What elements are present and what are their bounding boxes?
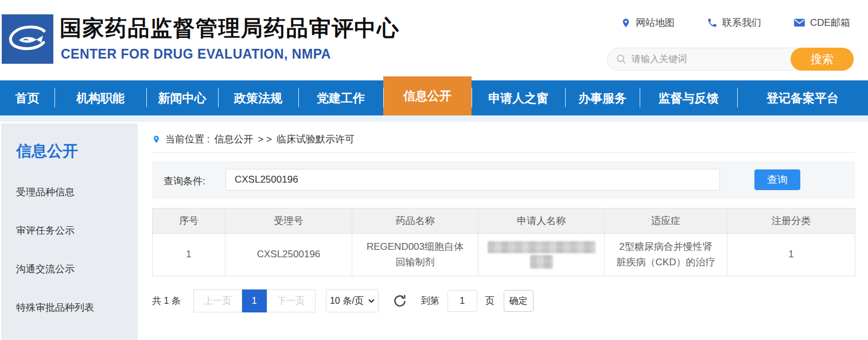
col-header-drug-name: 药品名称	[352, 208, 478, 234]
map-pin-icon	[621, 17, 631, 29]
prev-page-button[interactable]: 上一页	[193, 289, 242, 312]
fish-swoosh-icon	[2, 14, 53, 64]
query-label: 查询条件:	[164, 175, 205, 188]
breadcrumb-divider	[152, 152, 855, 153]
main-navigation: 首页 机构职能 新闻中心 政策法规 党建工作 信息公开 申请人之窗 办事服务 监…	[0, 80, 868, 115]
nav-item-party-building[interactable]: 党建工作	[298, 80, 383, 115]
sitemap-link[interactable]: 网站地图	[621, 16, 675, 29]
col-header-applicant: 申请人名称	[478, 208, 605, 234]
redaction-blur-block	[488, 241, 595, 253]
pagination-bar: 共 1 条 上一页 1 下一页 10 条/页 到第 页 确定	[152, 289, 534, 312]
mailbox-link[interactable]: CDE邮箱	[793, 16, 850, 29]
mail-icon	[793, 18, 805, 28]
col-header-seq: 序号	[153, 208, 225, 234]
breadcrumb-section[interactable]: 信息公开	[214, 133, 253, 146]
goto-confirm-button[interactable]: 确定	[504, 290, 534, 312]
phone-icon	[707, 17, 718, 28]
goto-page-input[interactable]	[447, 290, 477, 312]
page-size-select[interactable]: 10 条/页	[326, 289, 379, 312]
nav-item-news[interactable]: 新闻中心	[146, 80, 218, 115]
table-header-row: 序号 受理号 药品名称 申请人名称 适应症 注册分类	[153, 208, 855, 234]
mailbox-label: CDE邮箱	[810, 16, 850, 29]
nav-item-registration-platform[interactable]: 登记备案平台	[737, 80, 868, 115]
sidebar-item-review-tasks[interactable]: 审评任务公示	[16, 224, 138, 237]
page-title: 国家药品监督管理局药品审评中心	[60, 14, 400, 43]
redaction-blur-block	[530, 255, 553, 269]
search-icon	[616, 53, 627, 65]
query-input[interactable]	[225, 169, 720, 191]
location-pin-icon	[152, 134, 161, 145]
nav-item-functions[interactable]: 机构职能	[55, 80, 146, 115]
next-page-button[interactable]: 下一页	[267, 289, 316, 312]
contact-link[interactable]: 联系我们	[707, 16, 761, 29]
pager-group: 上一页 1 下一页	[193, 289, 316, 312]
nav-item-services[interactable]: 办事服务	[565, 80, 640, 115]
goto-page-label: 到第	[421, 295, 439, 307]
query-panel: 查询条件:	[152, 161, 855, 199]
page-unit-label: 页	[485, 295, 495, 307]
nav-item-information-disclosure[interactable]: 信息公开	[383, 76, 472, 115]
nav-item-policies[interactable]: 政策法规	[218, 80, 298, 115]
header-quick-links: 网站地图 联系我们 CDE邮箱	[621, 16, 850, 29]
cell-registration-class: 1	[727, 234, 855, 276]
page-number-button[interactable]: 1	[242, 289, 267, 312]
col-header-indication: 适应症	[605, 208, 727, 234]
refresh-icon[interactable]	[392, 293, 407, 308]
table-row: 1 CXSL2500196 REGEND003细胞自体回输制剂 2型糖尿病合并慢…	[153, 234, 855, 276]
sitemap-label: 网站地图	[636, 16, 675, 29]
sidebar-item-accepted-products[interactable]: 受理品种信息	[16, 186, 138, 199]
sidebar: 信息公开 受理品种信息 审评任务公示 沟通交流公示 特殊审批品种列表 优先审评公…	[1, 123, 138, 340]
pagination-total: 共 1 条	[152, 295, 181, 307]
col-header-acceptance-no: 受理号	[225, 208, 352, 234]
cell-seq: 1	[153, 234, 225, 276]
site-logo[interactable]	[2, 14, 53, 64]
nav-item-supervision[interactable]: 监督与反馈	[640, 80, 737, 115]
chevron-down-icon	[368, 299, 375, 303]
contact-label: 联系我们	[722, 16, 761, 29]
breadcrumb-page[interactable]: 临床试验默示许可	[277, 133, 355, 146]
col-header-registration-class: 注册分类	[727, 208, 855, 234]
breadcrumb-separator: > >	[258, 134, 272, 145]
sidebar-item-communication[interactable]: 沟通交流公示	[16, 262, 138, 276]
page-subtitle: CENTER FOR DRUG EVALUATION, NMPA	[61, 47, 331, 62]
nav-bottom-strip	[0, 115, 868, 122]
site-search-bar: 搜索	[607, 48, 854, 71]
cell-indication: 2型糖尿病合并慢性肾脏疾病（CKD）的治疗	[605, 234, 727, 276]
cell-acceptance-no: CXSL2500196	[225, 234, 352, 276]
nav-item-applicant-window[interactable]: 申请人之窗	[472, 80, 565, 115]
query-button[interactable]: 查询	[754, 169, 800, 190]
sidebar-item-special-approval[interactable]: 特殊审批品种列表	[16, 301, 138, 314]
page-size-value: 10 条/页	[330, 295, 364, 307]
breadcrumb-label: 当前位置 :	[165, 133, 209, 146]
cell-drug-name: REGEND003细胞自体回输制剂	[352, 234, 478, 276]
site-search-button[interactable]: 搜索	[791, 48, 854, 71]
nav-item-home[interactable]: 首页	[0, 80, 55, 115]
cell-applicant	[478, 234, 605, 276]
sidebar-title: 信息公开	[16, 141, 138, 161]
redacted-applicant-name	[489, 241, 594, 269]
results-table: 序号 受理号 药品名称 申请人名称 适应症 注册分类 1 CXSL2500196…	[152, 208, 855, 276]
breadcrumb: 当前位置 : 信息公开 > > 临床试验默示许可	[152, 133, 355, 146]
